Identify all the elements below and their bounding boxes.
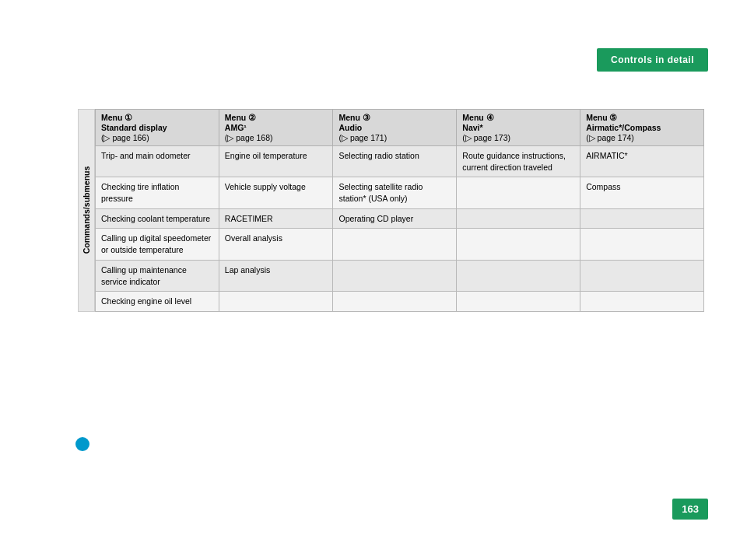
row6-col2 [219,292,333,312]
row1-col1: Trip- and main odometer [96,146,219,177]
row3-col4 [457,208,580,229]
row3-col2: RACETIMER [219,208,333,229]
row4-col2: Overall analysis [219,229,333,260]
sidebar-label-col: Commands/submenus [78,109,95,312]
table-row: Checking coolant temperature RACETIMER O… [96,208,704,229]
row3-col5 [580,208,704,229]
table-row: Calling up maintenance service indicator… [96,260,704,291]
row1-col2: Engine oil temperature [219,146,333,177]
row2-col3: Selecting satellite radio station* (USA … [333,177,457,208]
row6-col5 [580,292,704,312]
row4-col4 [457,229,580,260]
row4-col1: Calling up digital speedometer or outsid… [96,229,219,260]
col1-page-header: (▷ page 166) [96,133,219,146]
table-header-display-row: Standard display AMG¹ Audio Navi* Airmat… [96,123,704,133]
col3-menu-header: Menu ③ [333,110,457,124]
row5-col4 [457,260,580,291]
sidebar-label: Commands/submenus [82,166,91,254]
row3-col3: Operating CD player [333,208,457,229]
col1-menu-header: Menu ① [96,110,219,124]
row6-col1: Checking engine oil level [96,292,219,312]
header-banner: Controls in detail [597,48,708,72]
col4-display-header: Navi* [457,123,580,133]
row4-col5 [580,229,704,260]
menu-table: Menu ① Menu ② Menu ③ Menu ④ Menu ⑤ Stand… [95,109,704,312]
row2-col4 [457,177,580,208]
row2-col5: Compass [580,177,704,208]
row1-col5: AIRMATIC* [580,146,704,177]
table-wrapper: Commands/submenus Menu ① Menu ② Menu ③ M… [78,109,704,312]
table-row: Checking tire inflation pressure Vehicle… [96,177,704,208]
col4-menu-header: Menu ④ [457,110,580,124]
row2-col2: Vehicle supply voltage [219,177,333,208]
page-number: 163 [672,499,708,520]
row5-col2: Lap analysis [219,260,333,291]
col4-page-header: (▷ page 173) [457,133,580,146]
row3-col1: Checking coolant temperature [96,208,219,229]
row2-col1: Checking tire inflation pressure [96,177,219,208]
col3-display-header: Audio [333,123,457,133]
col5-display-header: Airmatic*/Compass [580,123,704,133]
row1-col3: Selecting radio station [333,146,457,177]
table-row: Calling up digital speedometer or outsid… [96,229,704,260]
col5-page-header: (▷ page 174) [580,133,704,146]
row5-col3 [333,260,457,291]
col1-display-header: Standard display [96,123,219,133]
row1-col4: Route guidance instructions, current dir… [457,146,580,177]
row5-col5 [580,260,704,291]
table-header-page-row: (▷ page 166) (▷ page 168) (▷ page 171) (… [96,133,704,146]
col2-page-header: (▷ page 168) [219,133,333,146]
table-header-menu-row: Menu ① Menu ② Menu ③ Menu ④ Menu ⑤ [96,110,704,124]
row4-col3 [333,229,457,260]
col2-display-header: AMG¹ [219,123,333,133]
table-row: Checking engine oil level [96,292,704,312]
col2-menu-header: Menu ② [219,110,333,124]
col3-page-header: (▷ page 171) [333,133,457,146]
row6-col4 [457,292,580,312]
row6-col3 [333,292,457,312]
table-row: Trip- and main odometer Engine oil tempe… [96,146,704,177]
main-table-wrapper: Menu ① Menu ② Menu ③ Menu ④ Menu ⑤ Stand… [95,109,704,312]
header-banner-text: Controls in detail [611,54,694,65]
col5-menu-header: Menu ⑤ [580,110,704,124]
row5-col1: Calling up maintenance service indicator [96,260,219,291]
blue-circle-bullet [75,437,89,451]
